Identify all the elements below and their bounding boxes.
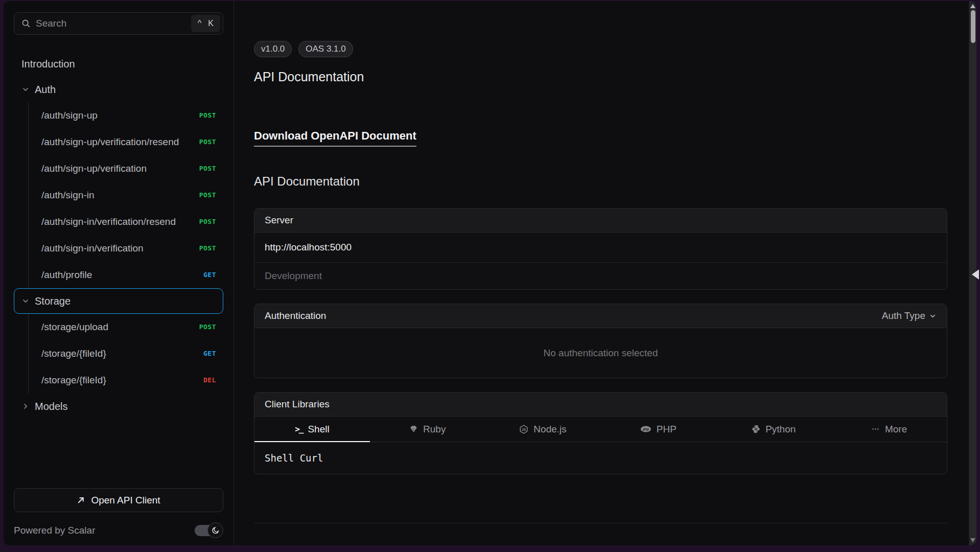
auth-endpoints: /auth/sign-up POST /auth/sign-up/verific… [28,102,223,288]
toggle-thumb [207,522,223,538]
method-badge: POST [195,161,216,176]
client-libraries-header: Client Libraries [254,393,947,417]
no-auth-message: No authentication selected [544,348,658,359]
search-box[interactable]: ^K [14,12,223,35]
section-divider [254,523,947,523]
endpoint-auth-sign-up[interactable]: /auth/sign-up POST [29,102,223,129]
endpoint-auth-sign-in-verification-resend[interactable]: /auth/sign-in/verification/resend POST [29,209,223,235]
endpoint-storage-upload[interactable]: /storage/upload POST [29,314,223,340]
chevron-down-icon [21,297,30,305]
dark-mode-toggle[interactable] [195,522,223,538]
method-badge: GET [199,346,216,361]
scroll-down-arrow-icon[interactable] [970,538,975,542]
sidebar: ^K Introduction Auth /auth/sign-up POST [4,1,234,545]
tab-shell[interactable]: >_ Shell [254,417,370,442]
powered-by-label: Powered by Scalar [14,525,95,536]
moon-icon [212,526,220,535]
oas-badge: OAS 3.1.0 [298,41,353,57]
method-badge: POST [195,134,216,150]
version-badge: v1.0.0 [254,41,292,57]
sidebar-group-models[interactable]: Models [14,394,223,419]
tab-nodejs[interactable]: JS Node.js [485,417,601,442]
scroll-up-arrow-icon[interactable] [970,4,975,8]
main-content: v1.0.0 OAS 3.1.0 API Documentation Downl… [234,1,969,545]
method-badge: POST [195,319,216,335]
endpoint-storage-file-delete[interactable]: /storage/{fileId} DEL [29,367,223,394]
external-arrow-icon [77,496,85,504]
server-url[interactable]: http://localhost:5000 [254,233,947,263]
section-title: API Documentation [254,174,947,189]
endpoint-auth-profile[interactable]: /auth/profile GET [29,262,223,288]
tab-more[interactable]: More [831,417,947,442]
authentication-card: Authentication Auth Type No authenticati… [254,304,947,378]
sidebar-footer: Open API Client Powered by Scalar [4,488,234,545]
chevron-right-icon [21,402,30,410]
endpoint-storage-file-get[interactable]: /storage/{fileId} GET [29,340,223,367]
svg-text:php: php [642,427,649,431]
server-card-header: Server [254,209,947,233]
client-library-tabs: >_ Shell Ruby JS Node.js [254,417,947,442]
search-shortcut-hint: ^K [191,15,220,32]
terminal-icon: >_ [295,424,302,434]
tab-php[interactable]: php PHP [600,417,716,442]
chevron-down-icon [929,312,937,320]
server-description: Development [254,263,947,289]
endpoint-auth-sign-in-verification[interactable]: /auth/sign-in/verification POST [29,235,223,262]
scrollbar-thumb[interactable] [971,10,975,43]
method-badge: POST [195,214,216,229]
python-icon [752,425,760,433]
app-window: ^K Introduction Auth /auth/sign-up POST [4,1,976,545]
method-badge: POST [195,108,216,123]
version-badges: v1.0.0 OAS 3.1.0 [254,41,947,57]
tab-ruby[interactable]: Ruby [370,417,485,442]
cursor-icon [972,269,979,280]
endpoint-auth-sign-in[interactable]: /auth/sign-in POST [29,182,223,209]
client-libraries-card: Client Libraries >_ Shell Ruby [254,392,947,474]
search-input[interactable] [36,18,186,29]
code-snippet-label: Shell Curl [254,442,947,474]
more-icon [871,425,880,433]
svg-text:JS: JS [522,427,526,431]
method-badge: POST [195,241,216,256]
sidebar-item-introduction[interactable]: Introduction [14,51,223,77]
method-badge: GET [199,267,216,283]
method-badge: POST [195,188,216,203]
search-icon [21,19,31,28]
auth-type-dropdown[interactable]: Auth Type [882,310,937,321]
php-icon: php [640,425,651,433]
endpoint-auth-sign-up-verification[interactable]: /auth/sign-up/verification POST [29,155,223,182]
sidebar-group-auth[interactable]: Auth [14,77,223,102]
download-openapi-link[interactable]: Download OpenAPI Document [254,129,416,147]
method-badge: DEL [199,373,216,388]
page-title: API Documentation [254,70,947,84]
chevron-down-icon [21,85,30,94]
ruby-icon [409,425,418,433]
sidebar-group-storage[interactable]: Storage [14,288,223,314]
storage-endpoints: /storage/upload POST /storage/{fileId} G… [28,314,223,394]
endpoint-auth-sign-up-verification-resend[interactable]: /auth/sign-up/verification/resend POST [29,129,223,155]
tab-python[interactable]: Python [716,417,831,442]
authentication-header: Authentication [265,310,326,321]
sidebar-nav: Introduction Auth /auth/sign-up POST /au… [4,39,234,488]
open-api-client-button[interactable]: Open API Client [14,488,223,512]
server-card: Server http://localhost:5000 Development [254,208,947,290]
nodejs-icon: JS [519,425,528,434]
